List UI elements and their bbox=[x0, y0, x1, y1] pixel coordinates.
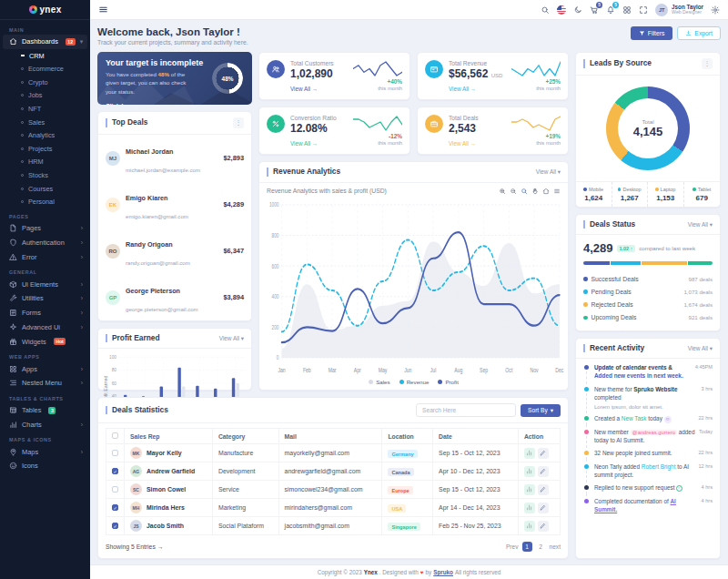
notifications-icon[interactable]: 5 bbox=[606, 5, 615, 15]
edit-action-button[interactable] bbox=[538, 448, 549, 459]
sidebar-item-ui-elements[interactable]: Ui Elements › bbox=[0, 277, 90, 291]
list-item[interactable]: GP George Pieterson george.pieterson@gma… bbox=[98, 274, 251, 320]
logo[interactable]: ynex bbox=[0, 0, 90, 20]
column-header[interactable]: Mail bbox=[278, 429, 382, 444]
sidebar-item-apps[interactable]: Apps › bbox=[0, 361, 90, 376]
sidebar-subitem-personal[interactable]: Personal bbox=[0, 195, 90, 208]
dark-mode-icon[interactable] bbox=[573, 5, 582, 15]
sidebar-subitem-crm[interactable]: CRM bbox=[0, 49, 90, 63]
column-header[interactable]: Location bbox=[382, 429, 433, 444]
stats-action-button[interactable] bbox=[524, 484, 535, 495]
apps-grid-icon[interactable] bbox=[622, 5, 632, 15]
row-checkbox[interactable] bbox=[112, 486, 118, 493]
row-checkbox[interactable] bbox=[112, 504, 118, 511]
column-header[interactable]: Date bbox=[433, 429, 519, 444]
zoomout-tool[interactable] bbox=[510, 188, 517, 195]
table-row[interactable]: JSJacob Smith Social Plataform jacobsmit… bbox=[106, 517, 561, 535]
sidebar-subitem-jobs[interactable]: Jobs bbox=[0, 89, 90, 103]
sidebar-item-widgets[interactable]: Widgets Hot bbox=[0, 334, 90, 349]
prev-page-button[interactable]: Prev bbox=[506, 543, 519, 550]
sidebar-item-maps[interactable]: Maps › bbox=[0, 444, 90, 459]
edit-action-button[interactable] bbox=[538, 521, 549, 532]
activity-item[interactable]: 22 hrsCreated a New Task today ☺ bbox=[583, 415, 713, 428]
filters-button[interactable]: Filters bbox=[631, 26, 673, 40]
settings-gear-icon[interactable] bbox=[711, 5, 720, 15]
table-row[interactable]: MKMayor Kelly Manufacture mayorkelly@gma… bbox=[106, 444, 561, 462]
next-page-button[interactable]: next bbox=[550, 543, 561, 550]
table-row[interactable]: AGAndrew Garfield Development andrewgarf… bbox=[106, 462, 561, 481]
export-button[interactable]: Export bbox=[677, 26, 721, 40]
sidebar-item-icons[interactable]: Icons bbox=[0, 459, 90, 473]
cart-icon[interactable]: 5 bbox=[590, 5, 599, 15]
view-all-link[interactable]: View All → bbox=[449, 140, 506, 147]
page-2-button[interactable]: 2 bbox=[536, 542, 546, 552]
homeS-tool[interactable] bbox=[542, 188, 550, 195]
row-checkbox[interactable] bbox=[112, 450, 118, 456]
edit-action-button[interactable] bbox=[538, 503, 549, 513]
sidebar-item-pages[interactable]: Pages › bbox=[0, 221, 90, 236]
zoomin-tool[interactable] bbox=[499, 188, 506, 195]
sort-by-button[interactable]: Sort By ▾ bbox=[521, 404, 561, 417]
view-all-link[interactable]: View All → bbox=[290, 86, 348, 92]
kebab-menu-icon[interactable]: ⋮ bbox=[702, 58, 713, 69]
menu-toggle-button[interactable] bbox=[98, 5, 108, 15]
zoomsel-tool[interactable] bbox=[521, 188, 528, 195]
sidebar-item-tables[interactable]: Tables 3 bbox=[0, 403, 90, 418]
view-all-link[interactable]: View All → bbox=[449, 86, 506, 92]
list-item[interactable]: RO Randy Origoan randy.origoan@gmail.com… bbox=[98, 228, 251, 274]
stats-action-button[interactable] bbox=[524, 521, 535, 532]
stats-action-button[interactable] bbox=[524, 503, 535, 513]
sidebar-item-dashboards[interactable]: Dashboards 12 ▾ bbox=[3, 35, 87, 49]
sidebar-subitem-nft[interactable]: NFT bbox=[0, 102, 90, 116]
page-1-button[interactable]: 1 bbox=[522, 542, 532, 552]
sidebar-subitem-ecommerce[interactable]: Ecommerce bbox=[0, 62, 90, 76]
edit-action-button[interactable] bbox=[538, 484, 549, 495]
pan-tool[interactable] bbox=[531, 188, 539, 195]
column-header[interactable]: Category bbox=[212, 429, 278, 444]
footer-link[interactable]: Spruko bbox=[433, 569, 453, 575]
search-input[interactable] bbox=[416, 403, 516, 417]
sidebar-subitem-crypto[interactable]: Crypto bbox=[0, 76, 90, 89]
edit-action-button[interactable] bbox=[538, 466, 549, 477]
activity-item[interactable]: 22 hrs32 New people joined summit. bbox=[583, 450, 713, 462]
language-flag-icon[interactable] bbox=[557, 5, 566, 15]
row-checkbox[interactable] bbox=[112, 523, 118, 529]
sidebar-subitem-sales[interactable]: Sales bbox=[0, 116, 90, 129]
sidebar-item-utilities[interactable]: Utilities › bbox=[0, 291, 90, 306]
sidebar-item-authentication[interactable]: Authentication › bbox=[0, 236, 90, 250]
row-checkbox[interactable] bbox=[112, 468, 118, 474]
sidebar-subitem-hrm[interactable]: HRM bbox=[0, 156, 90, 169]
view-all-dropdown[interactable]: View All ▾ bbox=[688, 345, 713, 352]
sidebar-item-charts[interactable]: Charts › bbox=[0, 418, 90, 432]
activity-item[interactable]: 12 hrsNeon Tarly added Robert Bright to … bbox=[583, 463, 713, 484]
sidebar-item-forms[interactable]: Forms › bbox=[0, 306, 90, 320]
sidebar-subitem-projects[interactable]: Projects bbox=[0, 142, 90, 156]
search-icon[interactable] bbox=[541, 5, 550, 15]
list-item[interactable]: EK Emigo Kiaren emigo.kiaren@gmail.com $… bbox=[98, 181, 251, 228]
list-item[interactable]: MJ Michael Jordan michael.jordan@example… bbox=[98, 135, 251, 181]
view-all-dropdown[interactable]: View All ▾ bbox=[536, 168, 561, 176]
column-header[interactable]: Sales Rep bbox=[125, 429, 213, 444]
sidebar-item-advanced-ui[interactable]: Advanced Ui › bbox=[0, 320, 90, 335]
legend-item[interactable]: Profit bbox=[438, 379, 458, 385]
legend-item[interactable]: Revenue bbox=[399, 379, 430, 385]
view-all-dropdown[interactable]: View All ▾ bbox=[219, 335, 244, 342]
activity-item[interactable]: TodayNew member @andreas.gurrero added t… bbox=[583, 429, 713, 450]
activity-item[interactable]: 4:45PMUpdate of calendar events & Added … bbox=[583, 364, 713, 385]
view-all-link[interactable]: View All → bbox=[290, 140, 348, 147]
fullscreen-icon[interactable] bbox=[639, 5, 648, 15]
bars-tool[interactable] bbox=[553, 188, 561, 195]
sidebar-subitem-stocks[interactable]: Stocks bbox=[0, 168, 90, 182]
stats-action-button[interactable] bbox=[524, 466, 535, 477]
stats-action-button[interactable] bbox=[524, 448, 535, 459]
table-row[interactable]: MHMirinda Hers Marketing mirindahers@gma… bbox=[106, 499, 561, 517]
sidebar-subitem-courses[interactable]: Courses bbox=[0, 182, 90, 196]
kebab-menu-icon[interactable]: ⋮ bbox=[233, 117, 244, 128]
table-row[interactable]: SCSimon Cowel Service simoncowel234@gmai… bbox=[106, 481, 561, 499]
activity-item[interactable]: 3 hrsNew theme for Spruko Website comple… bbox=[583, 386, 713, 416]
legend-item[interactable]: Sales bbox=[369, 379, 389, 385]
column-header[interactable]: Action bbox=[518, 429, 560, 444]
view-all-dropdown[interactable]: View All ▾ bbox=[688, 221, 713, 229]
target-link[interactable]: Click here bbox=[106, 103, 135, 105]
sidebar-item-nested-menu[interactable]: Nested Menu › bbox=[0, 376, 90, 391]
